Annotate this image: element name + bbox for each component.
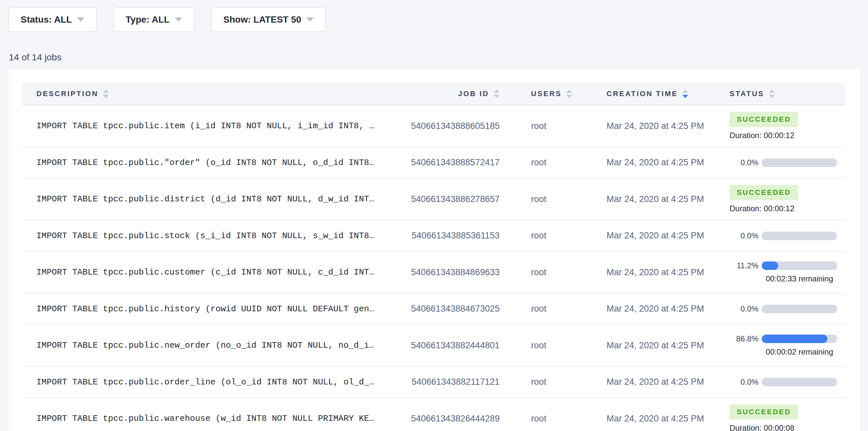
- jobs-table-card: DESCRIPTION JOB ID USERS CREATION TIME S…: [8, 69, 860, 431]
- sort-arrows-icon: [566, 90, 572, 98]
- table-row: IMPORT TABLE tpcc.public.order_line (ol_…: [22, 367, 846, 398]
- status-badge-succeeded: SUCCEEDED: [730, 185, 798, 200]
- job-status: SUCCEEDEDDuration: 00:00:12: [703, 112, 846, 140]
- jobs-count-summary: 14 of 14 jobs: [9, 52, 868, 63]
- sort-arrows-icon: [769, 90, 775, 98]
- progress-bar-fill: [762, 335, 827, 343]
- job-id: 540661343884673025: [411, 304, 500, 314]
- status-filter-label: Status: ALL: [21, 14, 72, 25]
- job-id: 540661343826444289: [411, 413, 500, 424]
- job-description: IMPORT TABLE tpcc.public.item (i_id INT8…: [22, 121, 411, 131]
- column-header-job-id[interactable]: JOB ID: [411, 90, 500, 98]
- sort-arrows-icon: [494, 90, 500, 98]
- job-description: IMPORT TABLE tpcc.public.order_line (ol_…: [22, 377, 411, 387]
- table-row: IMPORT TABLE tpcc.public.customer (c_id …: [22, 252, 846, 294]
- job-status: SUCCEEDEDDuration: 00:00:08: [703, 404, 846, 431]
- progress-percent: 0.0%: [730, 158, 758, 167]
- job-creation-time: Mar 24, 2020 at 4:25 PM: [572, 267, 703, 277]
- job-status: SUCCEEDEDDuration: 00:00:12: [703, 185, 846, 213]
- job-user: root: [500, 157, 572, 167]
- job-id: 540661343882117121: [411, 377, 500, 387]
- job-user: root: [500, 340, 572, 351]
- table-row: IMPORT TABLE tpcc.public."order" (o_id I…: [22, 147, 846, 179]
- progress-bar: [762, 305, 837, 313]
- job-duration: Duration: 00:00:12: [730, 204, 846, 213]
- table-row: IMPORT TABLE tpcc.public.item (i_id INT8…: [22, 105, 846, 147]
- table-row: IMPORT TABLE tpcc.public.new_order (no_o…: [22, 325, 846, 367]
- column-header-creation-time[interactable]: CREATION TIME: [572, 90, 703, 98]
- table-body: IMPORT TABLE tpcc.public.item (i_id INT8…: [22, 105, 846, 431]
- job-creation-time: Mar 24, 2020 at 4:25 PM: [572, 157, 703, 167]
- job-status: 0.0%: [703, 158, 846, 167]
- progress-bar: [762, 335, 837, 343]
- job-id: 540661343886278657: [411, 194, 500, 204]
- show-filter-label: Show: LATEST 50: [223, 14, 302, 25]
- table-row: IMPORT TABLE tpcc.public.stock (s_i_id I…: [22, 220, 846, 252]
- job-duration: Duration: 00:00:12: [730, 131, 846, 140]
- job-status: 86.8%00:00:02 remaining: [703, 334, 846, 357]
- chevron-down-icon: [77, 18, 84, 22]
- column-header-users[interactable]: USERS: [500, 90, 572, 98]
- progress-bar: [762, 158, 837, 167]
- progress-percent: 0.0%: [730, 304, 758, 314]
- job-user: root: [500, 413, 572, 424]
- jobs-page: Status: ALL Type: ALL Show: LATEST 50 14…: [0, 0, 868, 431]
- sort-arrows-icon: [103, 90, 109, 98]
- sort-arrows-icon: [682, 90, 688, 98]
- time-remaining: 00:02:33 remaining: [730, 274, 837, 283]
- job-creation-time: Mar 24, 2020 at 4:25 PM: [572, 377, 703, 387]
- job-id: 540661343882444801: [411, 340, 500, 351]
- type-filter-label: Type: ALL: [126, 14, 169, 25]
- job-status: 0.0%: [703, 231, 846, 240]
- job-creation-time: Mar 24, 2020 at 4:25 PM: [572, 230, 703, 241]
- job-creation-time: Mar 24, 2020 at 4:25 PM: [572, 194, 703, 204]
- job-user: root: [500, 377, 572, 387]
- job-description: IMPORT TABLE tpcc.public.new_order (no_o…: [22, 340, 411, 350]
- job-user: root: [500, 121, 572, 131]
- job-status: 11.2%00:02:33 remaining: [703, 261, 846, 283]
- job-user: root: [500, 194, 572, 204]
- progress-percent: 86.8%: [730, 334, 758, 343]
- job-status: 0.0%: [703, 377, 846, 387]
- chevron-down-icon: [175, 18, 182, 22]
- job-description: IMPORT TABLE tpcc.public.district (d_id …: [22, 194, 411, 204]
- progress-bar: [762, 261, 837, 270]
- progress-percent: 0.0%: [730, 231, 758, 240]
- job-creation-time: Mar 24, 2020 at 4:25 PM: [572, 304, 703, 314]
- progress-percent: 0.0%: [730, 377, 758, 387]
- table-header: DESCRIPTION JOB ID USERS CREATION TIME S…: [22, 83, 846, 105]
- job-status: 0.0%: [703, 304, 846, 314]
- type-filter-dropdown[interactable]: Type: ALL: [114, 7, 194, 32]
- job-id: 540661343888572417: [411, 157, 500, 167]
- job-id: 540661343885361153: [411, 230, 500, 241]
- progress-bar: [762, 232, 837, 240]
- job-user: root: [500, 267, 572, 277]
- column-header-status[interactable]: STATUS: [703, 90, 846, 98]
- job-duration: Duration: 00:00:08: [730, 424, 846, 431]
- job-description: IMPORT TABLE tpcc.public.warehouse (w_id…: [22, 413, 411, 424]
- job-id: 540661343884869633: [411, 267, 500, 277]
- job-description: IMPORT TABLE tpcc.public.customer (c_id …: [22, 267, 411, 277]
- job-description: IMPORT TABLE tpcc.public."order" (o_id I…: [22, 158, 411, 167]
- table-row: IMPORT TABLE tpcc.public.history (rowid …: [22, 294, 846, 325]
- job-description: IMPORT TABLE tpcc.public.history (rowid …: [22, 304, 411, 314]
- table-row: IMPORT TABLE tpcc.public.warehouse (w_id…: [22, 398, 846, 431]
- progress-bar-fill: [762, 261, 778, 270]
- progress-percent: 11.2%: [730, 261, 758, 270]
- time-remaining: 00:00:02 remaining: [730, 347, 837, 357]
- status-filter-dropdown[interactable]: Status: ALL: [8, 7, 96, 32]
- chevron-down-icon: [306, 18, 314, 22]
- job-creation-time: Mar 24, 2020 at 4:25 PM: [572, 340, 703, 351]
- job-id: 540661343888605185: [411, 121, 500, 131]
- column-header-description[interactable]: DESCRIPTION: [22, 90, 411, 98]
- filters-bar: Status: ALL Type: ALL Show: LATEST 50: [0, 0, 868, 32]
- job-creation-time: Mar 24, 2020 at 4:25 PM: [572, 413, 703, 424]
- job-creation-time: Mar 24, 2020 at 4:25 PM: [572, 121, 703, 131]
- table-row: IMPORT TABLE tpcc.public.district (d_id …: [22, 179, 846, 220]
- job-user: root: [500, 304, 572, 314]
- status-badge-succeeded: SUCCEEDED: [730, 404, 798, 420]
- status-badge-succeeded: SUCCEEDED: [730, 112, 798, 127]
- show-filter-dropdown[interactable]: Show: LATEST 50: [211, 7, 326, 32]
- job-description: IMPORT TABLE tpcc.public.stock (s_i_id I…: [22, 231, 411, 241]
- progress-bar: [762, 378, 837, 387]
